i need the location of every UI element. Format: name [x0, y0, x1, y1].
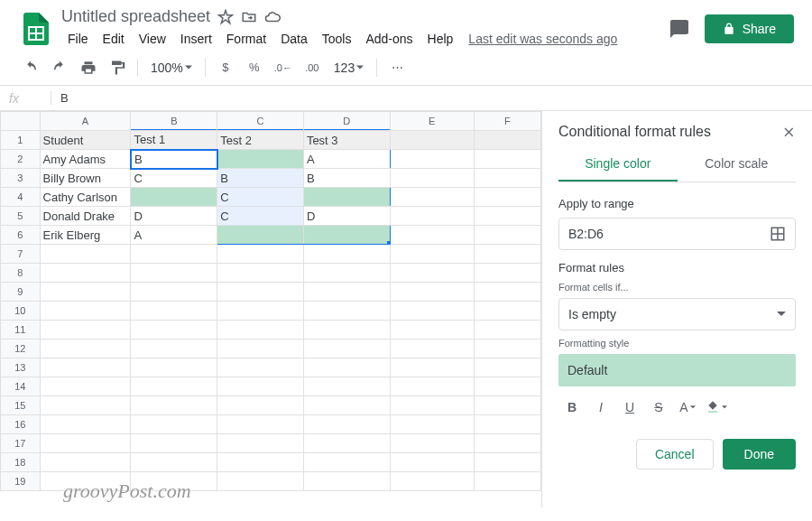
cell-B5[interactable]: D	[131, 207, 217, 226]
percent-icon[interactable]: %	[242, 55, 267, 80]
row-header-11[interactable]: 11	[1, 321, 41, 340]
decrease-decimal-icon[interactable]: .0←	[271, 55, 296, 80]
cell-B17[interactable]	[131, 434, 217, 453]
formula-input[interactable]: B	[51, 91, 69, 105]
redo-icon[interactable]	[47, 55, 72, 80]
row-header-8[interactable]: 8	[1, 264, 41, 283]
cell-E14[interactable]	[390, 377, 474, 396]
col-header-C[interactable]: C	[217, 112, 304, 131]
cell-C9[interactable]	[217, 283, 304, 302]
col-header-E[interactable]: E	[390, 112, 474, 131]
cell-D19[interactable]	[303, 472, 390, 491]
cell-E12[interactable]	[390, 340, 474, 358]
row-header-3[interactable]: 3	[1, 169, 41, 188]
row-header-4[interactable]: 4	[1, 188, 41, 207]
row-header-12[interactable]: 12	[1, 340, 41, 358]
cell-B10[interactable]	[131, 302, 217, 321]
row-header-18[interactable]: 18	[1, 453, 41, 472]
cell-F3[interactable]	[474, 169, 540, 188]
share-button[interactable]: Share	[705, 14, 794, 43]
row-header-5[interactable]: 5	[1, 207, 41, 226]
tab-color-scale[interactable]: Color scale	[678, 147, 797, 181]
cell-D7[interactable]	[303, 245, 390, 264]
menu-addons[interactable]: Add-ons	[359, 28, 419, 50]
col-header-D[interactable]: D	[303, 112, 390, 131]
row-header-7[interactable]: 7	[1, 245, 41, 264]
cell-E10[interactable]	[390, 302, 474, 321]
cell-E8[interactable]	[390, 264, 474, 283]
cell-A7[interactable]	[40, 245, 131, 264]
cell-F1[interactable]	[474, 131, 540, 150]
bold-button[interactable]: B	[558, 394, 586, 421]
row-header-17[interactable]: 17	[1, 434, 41, 453]
done-button[interactable]: Done	[723, 439, 796, 470]
cell-E15[interactable]	[390, 396, 474, 415]
cell-D13[interactable]	[303, 358, 390, 377]
cell-D18[interactable]	[303, 453, 390, 472]
cloud-icon[interactable]	[264, 9, 281, 25]
cell-D14[interactable]	[303, 377, 390, 396]
text-color-button[interactable]: A	[674, 394, 701, 421]
italic-button[interactable]: I	[587, 394, 614, 421]
col-header-A[interactable]: A	[40, 112, 131, 131]
increase-decimal-icon[interactable]: .00	[300, 55, 325, 80]
cell-C1[interactable]: Test 2	[217, 131, 304, 150]
more-icon[interactable]: ⋯	[384, 55, 410, 80]
row-header-15[interactable]: 15	[1, 396, 41, 415]
currency-icon[interactable]: $	[213, 55, 238, 80]
row-header-19[interactable]: 19	[1, 472, 41, 491]
cell-E2[interactable]	[390, 150, 474, 169]
fill-color-button[interactable]	[703, 394, 730, 421]
col-header-B[interactable]: B	[131, 112, 217, 131]
cell-D6[interactable]	[303, 226, 390, 245]
cell-D16[interactable]	[303, 415, 390, 434]
row-header-9[interactable]: 9	[1, 283, 41, 302]
cell-A8[interactable]	[40, 264, 131, 283]
cell-E18[interactable]	[390, 453, 474, 472]
cell-F5[interactable]	[474, 207, 540, 226]
cell-C13[interactable]	[217, 358, 304, 377]
zoom-select[interactable]: 100%	[145, 60, 198, 75]
move-icon[interactable]	[241, 9, 257, 25]
menu-tools[interactable]: Tools	[316, 28, 358, 50]
cell-F12[interactable]	[474, 340, 540, 358]
cell-C18[interactable]	[217, 453, 304, 472]
cell-D5[interactable]: D	[303, 207, 390, 226]
cell-A18[interactable]	[40, 453, 131, 472]
close-icon[interactable]	[781, 125, 796, 139]
cell-B6[interactable]: A	[131, 226, 217, 245]
cell-F18[interactable]	[474, 453, 540, 472]
cell-D3[interactable]: B	[303, 169, 390, 188]
cell-D9[interactable]	[303, 283, 390, 302]
cell-E9[interactable]	[390, 283, 474, 302]
cell-B14[interactable]	[131, 377, 217, 396]
cell-C7[interactable]	[217, 245, 304, 264]
cell-A2[interactable]: Amy Adams	[40, 150, 131, 169]
row-header-16[interactable]: 16	[1, 415, 41, 434]
row-header-14[interactable]: 14	[1, 377, 41, 396]
cell-C3[interactable]: B	[217, 169, 304, 188]
cell-F2[interactable]	[474, 150, 540, 169]
grid-select-icon[interactable]	[770, 226, 786, 242]
cell-B8[interactable]	[131, 264, 217, 283]
cell-B18[interactable]	[131, 453, 217, 472]
cell-F14[interactable]	[474, 377, 540, 396]
cell-F19[interactable]	[474, 472, 540, 491]
last-edit-link[interactable]: Last edit was seconds ago	[461, 28, 624, 50]
more-formats[interactable]: 123	[328, 60, 369, 75]
cell-C14[interactable]	[217, 377, 304, 396]
row-header-6[interactable]: 6	[1, 226, 41, 245]
cell-C4[interactable]: C	[217, 188, 304, 207]
cell-D12[interactable]	[303, 340, 390, 358]
cell-B4[interactable]	[131, 188, 217, 207]
cell-C15[interactable]	[217, 396, 304, 415]
cell-C6[interactable]	[217, 226, 304, 245]
cell-A15[interactable]	[40, 396, 131, 415]
cell-A16[interactable]	[40, 415, 131, 434]
row-header-10[interactable]: 10	[1, 302, 41, 321]
cell-A4[interactable]: Cathy Carlson	[40, 188, 131, 207]
cell-F10[interactable]	[474, 302, 540, 321]
cell-B9[interactable]	[131, 283, 217, 302]
cell-B11[interactable]	[131, 321, 217, 340]
star-icon[interactable]	[217, 9, 234, 25]
